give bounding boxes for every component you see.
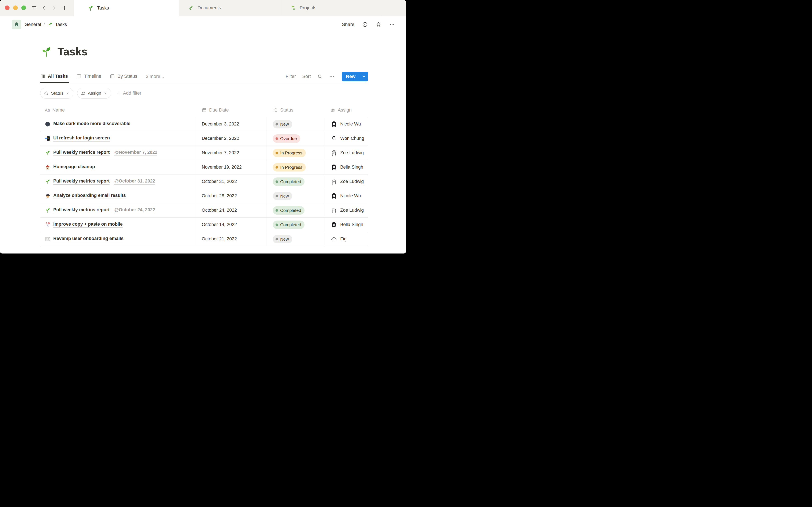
filter-button[interactable]: Filter bbox=[286, 74, 296, 79]
minimize-window-button[interactable] bbox=[13, 5, 18, 10]
new-button[interactable]: New bbox=[342, 72, 368, 81]
assignee-cell[interactable]: Nicole Wu bbox=[324, 117, 368, 131]
task-title-link[interactable]: Revamp user onboarding emails bbox=[53, 236, 123, 242]
due-date-cell[interactable]: November 7, 2022 bbox=[196, 146, 266, 160]
table-row[interactable]: Analyze onboarding email resultsOctober … bbox=[40, 189, 368, 203]
task-title-link[interactable]: Pull weekly metrics report bbox=[53, 150, 109, 156]
table-row[interactable]: Improve copy + paste on mobileOctober 14… bbox=[40, 218, 368, 232]
zoom-window-button[interactable] bbox=[21, 5, 26, 10]
status-cell[interactable]: New bbox=[266, 189, 324, 203]
column-header-name[interactable]: Aa Name bbox=[40, 103, 196, 117]
due-date-cell[interactable]: November 19, 2022 bbox=[196, 160, 266, 174]
date-mention-link[interactable]: @October 31, 2022 bbox=[114, 178, 155, 185]
status-cell[interactable]: In Progress bbox=[266, 160, 324, 174]
status-badge: Overdue bbox=[273, 134, 300, 143]
task-name-cell[interactable]: Homepage cleanup bbox=[40, 160, 196, 174]
back-icon[interactable] bbox=[42, 5, 47, 11]
sort-button[interactable]: Sort bbox=[302, 74, 311, 79]
filter-chip-assign[interactable]: Assign bbox=[77, 88, 111, 99]
table-row[interactable]: Revamp user onboarding emailsOctober 21,… bbox=[40, 232, 368, 246]
search-icon[interactable] bbox=[317, 74, 323, 79]
task-title-link[interactable]: Analyze onboarding email results bbox=[53, 193, 126, 199]
assignee-cell[interactable]: Won Chung bbox=[324, 131, 368, 146]
view-tab-timeline[interactable]: Timeline bbox=[77, 70, 101, 83]
task-name-cell[interactable]: UI refresh for login screen bbox=[40, 131, 196, 146]
task-name-cell[interactable]: Improve copy + paste on mobile bbox=[40, 218, 196, 232]
tab-projects[interactable]: Projects bbox=[281, 0, 381, 16]
more-views-button[interactable]: 3 more... bbox=[146, 74, 164, 79]
due-date-cell[interactable]: October 24, 2022 bbox=[196, 203, 266, 217]
table-row[interactable]: Pull weekly metrics report@October 24, 2… bbox=[40, 203, 368, 218]
task-name-cell[interactable]: Pull weekly metrics report@October 31, 2… bbox=[40, 174, 196, 189]
favorite-star-icon[interactable] bbox=[375, 21, 382, 27]
history-clock-icon[interactable] bbox=[362, 21, 368, 27]
more-options-icon[interactable] bbox=[389, 21, 395, 27]
add-filter-button[interactable]: Add filter bbox=[116, 91, 142, 96]
tab-documents[interactable]: Documents bbox=[179, 0, 281, 16]
table-row[interactable]: Make dark mode more discoverableDecember… bbox=[40, 117, 368, 131]
date-mention-link[interactable]: @October 24, 2022 bbox=[114, 207, 155, 213]
tasks-table: Aa Name Due Date Status Assign Make dark… bbox=[40, 103, 368, 246]
status-cell[interactable]: Completed bbox=[266, 174, 324, 189]
home-badge[interactable] bbox=[12, 20, 21, 30]
avatar bbox=[330, 135, 338, 142]
table-row[interactable]: UI refresh for login screenDecember 2, 2… bbox=[40, 131, 368, 146]
status-cell[interactable]: Overdue bbox=[266, 131, 324, 146]
assignee-cell[interactable]: Fig bbox=[324, 232, 368, 246]
task-title-link[interactable]: Pull weekly metrics report bbox=[53, 207, 109, 213]
view-tab-all-tasks[interactable]: All Tasks bbox=[40, 70, 68, 83]
status-cell[interactable]: Completed bbox=[266, 218, 324, 232]
home-icon bbox=[14, 21, 19, 27]
task-name-cell[interactable]: Analyze onboarding email results bbox=[40, 189, 196, 203]
task-title-link[interactable]: Make dark mode more discoverable bbox=[53, 121, 130, 127]
view-tab-by-status[interactable]: By Status bbox=[110, 70, 137, 83]
column-header-status[interactable]: Status bbox=[266, 103, 324, 117]
close-window-button[interactable] bbox=[5, 5, 9, 10]
due-date-cell[interactable]: October 14, 2022 bbox=[196, 218, 266, 232]
status-cell[interactable]: Completed bbox=[266, 203, 324, 217]
due-date-cell[interactable]: December 2, 2022 bbox=[196, 131, 266, 146]
task-title-link[interactable]: Homepage cleanup bbox=[53, 164, 95, 170]
due-date-cell[interactable]: October 21, 2022 bbox=[196, 232, 266, 246]
status-cell[interactable]: New bbox=[266, 117, 324, 131]
date-mention-link[interactable]: @November 7, 2022 bbox=[114, 150, 157, 156]
breadcrumb-workspace[interactable]: General bbox=[24, 22, 41, 27]
due-date-cell[interactable]: October 28, 2022 bbox=[196, 189, 266, 203]
task-title-link[interactable]: UI refresh for login screen bbox=[53, 135, 110, 142]
task-name-cell[interactable]: Pull weekly metrics report@November 7, 2… bbox=[40, 146, 196, 160]
seedling-icon bbox=[45, 208, 51, 213]
column-header-assign[interactable]: Assign bbox=[324, 103, 368, 117]
table-row[interactable]: Homepage cleanupNovember 19, 2022In Prog… bbox=[40, 160, 368, 174]
new-button-label[interactable]: New bbox=[342, 72, 360, 81]
status-cell[interactable]: New bbox=[266, 232, 324, 246]
sidebar-menu-icon[interactable] bbox=[32, 5, 37, 11]
task-name-cell[interactable]: Pull weekly metrics report@October 24, 2… bbox=[40, 203, 196, 217]
task-name-cell[interactable]: Make dark mode more discoverable bbox=[40, 117, 196, 131]
table-row[interactable]: Pull weekly metrics report@November 7, 2… bbox=[40, 146, 368, 160]
share-button[interactable]: Share bbox=[342, 22, 354, 27]
assignee-cell[interactable]: Zoe Ludwig bbox=[324, 146, 368, 160]
task-name-cell[interactable]: Revamp user onboarding emails bbox=[40, 232, 196, 246]
tab-tasks[interactable]: Tasks bbox=[74, 0, 179, 16]
due-date-cell[interactable]: October 31, 2022 bbox=[196, 174, 266, 189]
assignee-cell[interactable]: Nicole Wu bbox=[324, 189, 368, 203]
assignee-cell[interactable]: Bella Singh bbox=[324, 218, 368, 232]
filter-chip-status[interactable]: Status bbox=[40, 88, 73, 99]
assignee-cell[interactable]: Zoe Ludwig bbox=[324, 174, 368, 189]
status-cell[interactable]: In Progress bbox=[266, 146, 324, 160]
forward-icon[interactable] bbox=[52, 5, 57, 11]
new-tab-icon[interactable] bbox=[61, 5, 67, 11]
page-icon-seedling[interactable] bbox=[40, 45, 52, 58]
breadcrumb-page[interactable]: Tasks bbox=[55, 22, 67, 27]
detective-icon bbox=[45, 193, 51, 199]
due-date-cell[interactable]: December 3, 2022 bbox=[196, 117, 266, 131]
column-header-due-date[interactable]: Due Date bbox=[196, 103, 266, 117]
assignee-cell[interactable]: Zoe Ludwig bbox=[324, 203, 368, 217]
assignee-cell[interactable]: Bella Singh bbox=[324, 160, 368, 174]
new-dropdown-button[interactable] bbox=[360, 72, 368, 81]
table-row[interactable]: Pull weekly metrics report@October 31, 2… bbox=[40, 174, 368, 189]
task-title-link[interactable]: Pull weekly metrics report bbox=[53, 178, 109, 185]
view-options-icon[interactable] bbox=[329, 74, 335, 79]
task-title-link[interactable]: Improve copy + paste on mobile bbox=[53, 222, 123, 228]
table-body: Make dark mode more discoverableDecember… bbox=[40, 117, 368, 246]
